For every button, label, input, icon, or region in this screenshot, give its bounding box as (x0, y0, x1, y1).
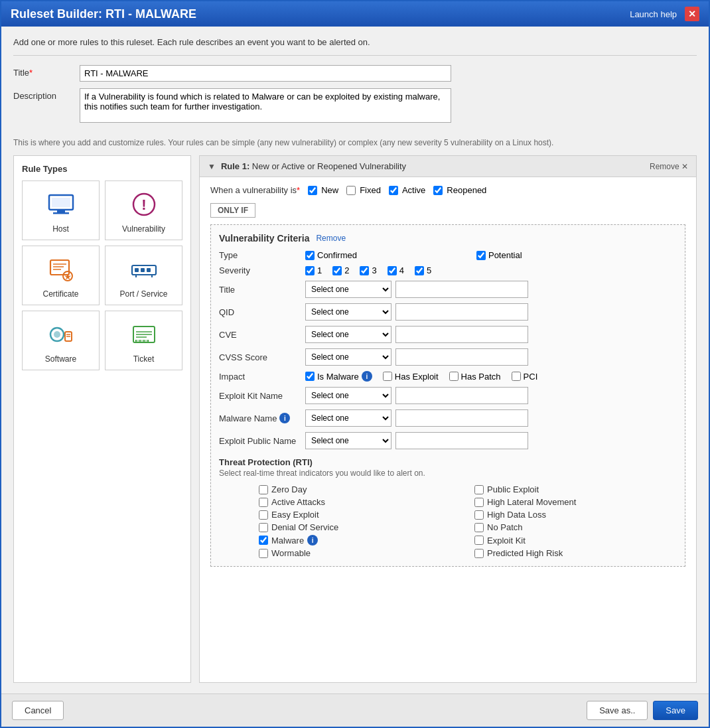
qid-text-input[interactable] (395, 303, 528, 321)
qid-select[interactable]: Select one (305, 303, 391, 321)
checkbox-severity-4[interactable] (388, 266, 397, 275)
rule-type-ticket-label: Ticket (133, 354, 155, 364)
rule-type-ticket[interactable]: Ticket (105, 311, 182, 370)
checkbox-has-exploit[interactable] (383, 372, 392, 381)
checkbox-severity-3[interactable] (360, 266, 369, 275)
title-input[interactable] (80, 65, 451, 82)
impact-is-malware-label[interactable]: Is Malware i (305, 371, 372, 382)
checkbox-high-data-loss[interactable] (474, 510, 484, 520)
checkbox-no-patch[interactable] (474, 523, 484, 532)
criteria-cve-label: CVE (219, 330, 305, 340)
severity-2-label[interactable]: 2 (332, 265, 349, 275)
save-button[interactable]: Save (653, 701, 698, 720)
checkbox-public-exploit[interactable] (474, 485, 484, 494)
rule-type-vulnerability[interactable]: ! Vulnerability (105, 181, 182, 240)
cancel-button[interactable]: Cancel (12, 701, 64, 720)
threat-high-data-loss: High Data Loss (474, 510, 677, 520)
cvss-text-input[interactable] (395, 348, 528, 366)
criteria-remove-link[interactable]: Remove (316, 234, 346, 243)
qid-select-group: Select one (305, 303, 528, 321)
checkbox-severity-2[interactable] (332, 266, 342, 275)
rule-type-software[interactable]: Software (22, 311, 100, 370)
impact-pci-label[interactable]: PCI (512, 372, 538, 382)
main-content: Rule Types Host (13, 155, 697, 683)
rule-1-content: When a vulnerability is* New Fixed Activ… (200, 177, 696, 575)
malware-name-select[interactable]: Select one (305, 409, 391, 427)
modal-footer: Cancel Save as.. Save (1, 693, 709, 727)
exploit-public-select[interactable]: Select one (305, 432, 391, 449)
checkbox-reopened[interactable] (433, 186, 443, 195)
checkbox-high-lateral-movement[interactable] (474, 498, 484, 507)
exploit-kit-text-input[interactable] (395, 387, 528, 404)
checkbox-denial-of-service[interactable] (259, 523, 268, 532)
checkbox-easy-exploit[interactable] (259, 510, 268, 520)
checkbox-wormable[interactable] (259, 549, 268, 558)
criteria-type-row: Type Confirmed Potential (219, 250, 677, 260)
checkbox-fixed[interactable] (346, 186, 356, 195)
checkbox-active-attacks[interactable] (259, 498, 268, 507)
title-select[interactable]: Select one (305, 281, 391, 298)
malware-name-text-input[interactable] (395, 409, 528, 427)
impact-has-exploit-label[interactable]: Has Exploit (383, 372, 439, 382)
rule-1-header: ▼ Rule 1: New or Active or Reopened Vuln… (200, 156, 696, 177)
impact-has-patch-label[interactable]: Has Patch (449, 372, 501, 382)
rule-header-left: ▼ Rule 1: New or Active or Reopened Vuln… (208, 161, 406, 171)
cve-select[interactable]: Select one (305, 326, 391, 343)
cve-text-input[interactable] (395, 326, 528, 343)
checkbox-confirmed[interactable] (305, 251, 315, 260)
checkbox-new[interactable] (308, 186, 317, 195)
checkbox-malware[interactable] (259, 536, 268, 545)
svg-text:★: ★ (64, 273, 72, 281)
form-section: Title* Description If a Vulnerability is… (13, 65, 697, 131)
malware-name-info-icon[interactable]: i (279, 413, 290, 423)
exploit-public-select-group: Select one (305, 432, 528, 449)
threat-public-exploit: Public Exploit (474, 484, 677, 494)
type-potential-label[interactable]: Potential (476, 250, 522, 260)
checkbox-active[interactable] (389, 186, 398, 195)
malware-info-icon[interactable]: i (307, 535, 318, 546)
criteria-exploit-public-row: Exploit Public Name Select one (219, 432, 677, 449)
condition-new[interactable]: New (308, 185, 338, 195)
exploit-public-text-input[interactable] (395, 432, 528, 449)
checkbox-severity-1[interactable] (305, 266, 315, 275)
close-button[interactable]: ✕ (685, 7, 699, 21)
type-confirmed-label[interactable]: Confirmed (305, 250, 357, 260)
checkbox-severity-5[interactable] (415, 266, 424, 275)
is-malware-info-icon[interactable]: i (362, 371, 372, 382)
save-as-button[interactable]: Save as.. (587, 701, 648, 720)
severity-4-label[interactable]: 4 (388, 265, 404, 275)
checkbox-exploit-kit[interactable] (474, 536, 484, 545)
checkbox-potential[interactable] (476, 251, 486, 260)
rule-type-port-label: Port / Service (119, 289, 167, 299)
launch-help-link[interactable]: Launch help (630, 9, 677, 19)
rule-remove-button[interactable]: Remove ✕ (650, 162, 688, 171)
checkbox-pci[interactable] (512, 372, 521, 381)
condition-reopened[interactable]: Reopened (433, 185, 486, 195)
checkbox-has-patch[interactable] (449, 372, 459, 381)
severity-1-label[interactable]: 1 (305, 265, 322, 275)
checkbox-predicted-high-risk[interactable] (474, 549, 484, 558)
collapse-icon[interactable]: ▼ (208, 162, 216, 171)
modal-container: Ruleset Builder: RTI - MALWARE Launch he… (0, 0, 710, 728)
svg-text:!: ! (141, 196, 146, 213)
condition-fixed[interactable]: Fixed (346, 185, 381, 195)
checkbox-zero-day[interactable] (259, 485, 268, 494)
rule-type-host[interactable]: Host (22, 181, 100, 240)
description-textarea[interactable]: If a Vulnerability is found which is rel… (80, 88, 451, 123)
threat-active-attacks: Active Attacks (259, 497, 461, 507)
rule-type-vulnerability-label: Vulnerability (122, 224, 165, 234)
severity-3-label[interactable]: 3 (360, 265, 376, 275)
criteria-impact-row: Impact Is Malware i Has Exploit (219, 371, 677, 382)
rules-panel: ▼ Rule 1: New or Active or Reopened Vuln… (199, 155, 697, 683)
only-if-button[interactable]: ONLY IF (210, 203, 255, 218)
title-text-input[interactable] (395, 281, 528, 298)
threat-title: Threat Protection (RTI) (219, 457, 677, 467)
rule-type-certificate[interactable]: ★ Certificate (22, 246, 100, 305)
rule-type-port-service[interactable]: Port / Service (105, 246, 182, 305)
cvss-select[interactable]: Select one (305, 348, 391, 366)
condition-active[interactable]: Active (389, 185, 425, 195)
exploit-kit-select[interactable]: Select one (305, 387, 391, 404)
checkbox-is-malware[interactable] (305, 372, 315, 381)
severity-5-label[interactable]: 5 (415, 265, 431, 275)
svg-rect-2 (57, 210, 65, 212)
